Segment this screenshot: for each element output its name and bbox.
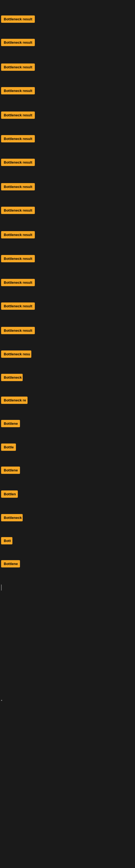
bottleneck-badge-16[interactable]: Bottleneck re — [1, 397, 28, 404]
bottleneck-badge-7[interactable]: Bottleneck result — [1, 183, 35, 190]
bottleneck-badge-4[interactable]: Bottleneck result — [1, 112, 35, 119]
bottleneck-item-4: Bottleneck result — [1, 112, 35, 120]
bottleneck-item-22: Bott — [1, 537, 12, 546]
bottleneck-badge-13[interactable]: Bottleneck result — [1, 327, 35, 334]
bottleneck-item-2: Bottleneck result — [1, 63, 35, 72]
bottleneck-item-9: Bottleneck result — [1, 231, 35, 240]
bottleneck-item-13: Bottleneck result — [1, 327, 35, 335]
bottleneck-badge-18[interactable]: Bottle — [1, 443, 16, 451]
bottleneck-badge-6[interactable]: Bottleneck result — [1, 159, 35, 166]
bottleneck-item-5: Bottleneck result — [1, 135, 35, 144]
bottleneck-badge-19[interactable]: Bottlene — [1, 467, 20, 474]
bottleneck-badge-17[interactable]: Bottlene — [1, 420, 20, 427]
bottleneck-item-12: Bottleneck result — [1, 303, 35, 311]
bottleneck-item-19: Bottlene — [1, 467, 20, 475]
site-title — [0, 0, 135, 5]
bottleneck-item-21: Bottleneck — [1, 514, 23, 522]
bottleneck-item-1: Bottleneck result — [1, 39, 35, 47]
bottleneck-badge-0[interactable]: Bottleneck result — [1, 16, 35, 23]
bottleneck-item-23: Bottlene — [1, 560, 20, 568]
bottleneck-item-15: Bottleneck — [1, 374, 23, 382]
bottleneck-item-18: Bottle — [1, 443, 16, 452]
bottleneck-item-8: Bottleneck result — [1, 207, 35, 215]
bottleneck-badge-9[interactable]: Bottleneck result — [1, 231, 35, 239]
bottleneck-item-16: Bottleneck re — [1, 397, 28, 405]
bottleneck-item-6: Bottleneck result — [1, 159, 35, 167]
bottleneck-item-10: Bottleneck result — [1, 255, 35, 264]
page-wrapper: Bottleneck resultBottleneck resultBottle… — [0, 0, 135, 868]
bottleneck-item-3: Bottleneck result — [1, 87, 35, 95]
bottleneck-item-0: Bottleneck result — [1, 16, 35, 24]
bottleneck-badge-14[interactable]: Bottleneck resu — [1, 350, 31, 358]
bottleneck-item-20: Bottlen — [1, 490, 18, 499]
bottleneck-badge-10[interactable]: Bottleneck result — [1, 255, 35, 262]
bottleneck-badge-12[interactable]: Bottleneck result — [1, 303, 35, 310]
bottleneck-badge-5[interactable]: Bottleneck result — [1, 135, 35, 143]
bottleneck-badge-1[interactable]: Bottleneck result — [1, 39, 35, 46]
bottleneck-badge-11[interactable]: Bottleneck result — [1, 279, 35, 286]
bottleneck-badge-8[interactable]: Bottleneck result — [1, 207, 35, 214]
bottleneck-badge-23[interactable]: Bottlene — [1, 560, 20, 567]
bottleneck-item-7: Bottleneck result — [1, 183, 35, 191]
bottleneck-badge-3[interactable]: Bottleneck result — [1, 87, 35, 94]
bottleneck-item-11: Bottleneck result — [1, 279, 35, 287]
small-indicator-1 — [1, 585, 2, 590]
bottleneck-badge-21[interactable]: Bottleneck — [1, 514, 23, 521]
bottleneck-badge-15[interactable]: Bottleneck — [1, 374, 23, 381]
bottleneck-badge-2[interactable]: Bottleneck result — [1, 63, 35, 71]
bottleneck-item-14: Bottleneck resu — [1, 350, 31, 359]
bottleneck-badge-22[interactable]: Bott — [1, 537, 12, 545]
bottleneck-badge-20[interactable]: Bottlen — [1, 490, 18, 498]
bottleneck-item-17: Bottlene — [1, 420, 20, 428]
small-indicator-2 — [1, 700, 2, 701]
